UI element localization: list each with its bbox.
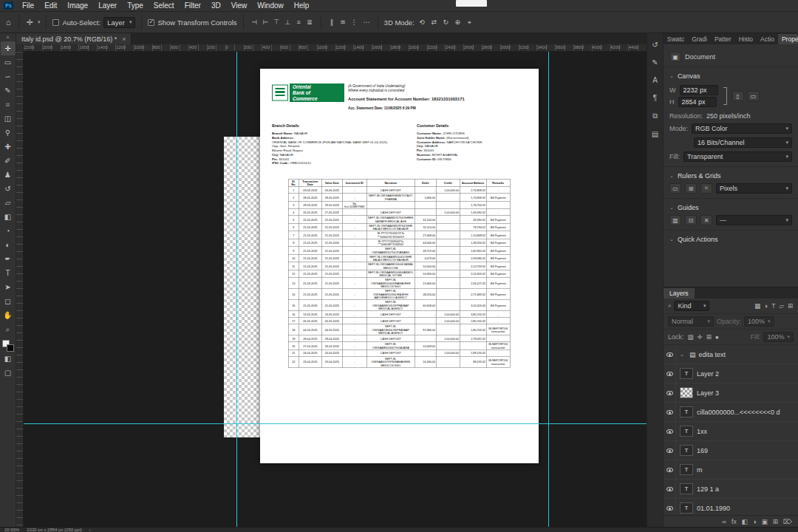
layer-row[interactable]: T1xx <box>664 422 798 441</box>
marquee-tool[interactable]: ▭ <box>1 55 16 69</box>
toggle-grid-button[interactable]: ⊞ <box>685 183 697 194</box>
canvas-section-header[interactable]: ⌄ Canvas <box>669 72 792 80</box>
align-right-icon[interactable]: ⊤ <box>272 18 282 27</box>
menu-layer[interactable]: Layer <box>93 0 122 11</box>
menu-view[interactable]: View <box>226 0 253 11</box>
healing-brush-tool[interactable]: ✚ <box>1 140 16 154</box>
type-filter-icon[interactable]: T <box>771 302 776 310</box>
zoom-level[interactable]: 20.65% <box>4 528 19 532</box>
vertical-ruler[interactable] <box>16 52 24 527</box>
align-center-h-icon[interactable]: ⊢ <box>261 18 270 27</box>
resolution-value[interactable]: 250 pixels/inch <box>706 112 751 120</box>
lasso-tool[interactable]: ∽ <box>1 69 16 83</box>
menu-filter[interactable]: Filter <box>180 0 206 11</box>
3d-drag-icon[interactable]: ↻ <box>441 18 451 27</box>
clone-stamp-tool[interactable]: ♟ <box>1 168 16 182</box>
paragraph-panel-icon[interactable]: ¶ <box>653 94 657 102</box>
panel-tab-actio[interactable]: Actio <box>757 34 778 44</box>
layer-row[interactable]: Layer 3 <box>664 383 798 403</box>
lock-image-icon[interactable]: ⊞ <box>706 333 712 341</box>
align-bottom-icon[interactable]: ≣ <box>305 18 315 27</box>
auto-select-checkbox[interactable] <box>52 19 59 26</box>
distribute-v-icon[interactable]: ≋ <box>338 18 348 27</box>
lock-position-icon[interactable]: ✛ <box>697 333 703 341</box>
fill-opacity-dropdown[interactable]: 100% ▾ <box>763 332 794 342</box>
dodge-tool[interactable]: ◐ <box>1 238 16 252</box>
layer-row[interactable]: Tcilla0000000...<<<<<<<<0 d <box>664 403 798 422</box>
libraries-panel-icon[interactable]: ▤ <box>652 130 658 138</box>
tab-close-icon[interactable]: × <box>122 35 126 43</box>
visibility-toggle[interactable] <box>664 422 676 440</box>
visibility-toggle[interactable] <box>664 403 676 421</box>
distribute-h-icon[interactable]: ∥ <box>327 18 337 27</box>
auto-select-target-dropdown[interactable]: Layer ▾ <box>103 17 135 28</box>
zoom-tool[interactable]: ⌕ <box>1 322 16 336</box>
lock-guides-button[interactable]: ⊡ <box>685 215 697 225</box>
brush-tool[interactable]: ✐ <box>1 154 16 168</box>
pixel-filter-icon[interactable]: ▦ <box>754 302 761 310</box>
layer-filter-kind-dropdown[interactable]: Kind ▾ <box>674 301 709 311</box>
status-expand-icon[interactable]: › <box>89 528 91 532</box>
type-tool[interactable]: T <box>1 266 16 280</box>
brush-settings-panel-icon[interactable]: ✎ <box>652 58 658 66</box>
visibility-toggle[interactable] <box>664 364 676 383</box>
pen-tool[interactable]: ✒ <box>1 252 16 266</box>
document-canvas[interactable]: Oriental Bank of Commerce (A Government … <box>260 69 539 463</box>
align-center-v-icon[interactable]: ≡ <box>294 18 304 27</box>
menu-window[interactable]: Window <box>252 0 289 11</box>
toggle-snap-button[interactable]: ⌗ <box>700 183 712 194</box>
link-dimensions-icon[interactable] <box>723 87 727 105</box>
adjustment-filter-icon[interactable]: ◑ <box>763 302 768 310</box>
adjustment-layer-icon[interactable]: ◑ <box>753 518 757 525</box>
delete-layer-icon[interactable]: ⌦ <box>783 518 792 525</box>
align-top-icon[interactable]: ⊥ <box>283 18 293 27</box>
horizontal-ruler[interactable]: 2200200018001600140012001000800600400200… <box>24 44 647 52</box>
blend-mode-dropdown[interactable]: Normal ▾ <box>668 316 714 327</box>
show-transform-checkbox[interactable]: ✓ <box>148 19 154 26</box>
quick-selection-tool[interactable]: ✎ <box>1 83 16 98</box>
shape-tool[interactable]: ◻ <box>1 294 16 308</box>
menu-help[interactable]: Help <box>289 0 315 11</box>
menu-file[interactable]: File <box>17 0 39 11</box>
screen-mode-icon[interactable]: ▢ <box>1 366 16 380</box>
panel-tab-properties[interactable]: Properties <box>778 34 798 44</box>
lock-all-icon[interactable]: ● <box>715 333 720 341</box>
move-tool[interactable]: ✛ <box>1 41 16 55</box>
horizontal-guide[interactable] <box>24 423 647 424</box>
3d-slide-icon[interactable]: ⊕ <box>453 18 463 27</box>
toggle-rulers-button[interactable]: ▭ <box>669 183 681 194</box>
visibility-toggle[interactable] <box>664 499 676 515</box>
new-layer-icon[interactable]: ⊞ <box>773 518 778 525</box>
layer-mask-icon[interactable]: ◧ <box>742 518 748 525</box>
visibility-toggle[interactable] <box>664 383 676 402</box>
clear-guides-button[interactable]: ✕ <box>700 215 712 225</box>
blur-tool[interactable]: ◔ <box>1 224 16 238</box>
history-panel-icon[interactable]: ↺ <box>652 41 658 49</box>
background-color-swatch[interactable] <box>7 344 14 352</box>
group-expand-icon[interactable]: ⌄ <box>680 352 684 358</box>
menu-image[interactable]: Image <box>62 0 93 11</box>
toggle-guides-button[interactable]: ▥ <box>669 215 681 225</box>
character-panel-icon[interactable]: A <box>652 76 658 84</box>
canvas-fill-dropdown[interactable]: Transparent ▾ <box>683 151 792 162</box>
crop-tool[interactable]: ⌗ <box>1 98 16 112</box>
eyedropper-tool[interactable]: ⚲ <box>1 126 16 140</box>
bit-depth-dropdown[interactable]: 16 Bits/Channel ▾ <box>694 137 792 148</box>
color-swatches[interactable] <box>2 340 14 352</box>
menu-select[interactable]: Select <box>149 0 180 11</box>
panel-tab-patter[interactable]: Patter <box>711 34 735 44</box>
lock-transparent-icon[interactable]: ▨ <box>687 333 695 341</box>
layer-effects-icon[interactable]: fx <box>732 518 737 525</box>
hand-tool[interactable]: ✋ <box>1 308 16 322</box>
layer-row[interactable]: Tm <box>664 460 798 480</box>
3d-roll-icon[interactable]: ⇄ <box>429 18 439 27</box>
collapse-tools-icon[interactable]: » <box>7 33 10 41</box>
visibility-toggle[interactable] <box>664 460 676 479</box>
canvas-area[interactable]: Oriental Bank of Commerce (A Government … <box>24 52 647 527</box>
tab-layers[interactable]: Layers <box>664 288 695 299</box>
menu-3d[interactable]: 3D <box>206 0 226 11</box>
path-selection-tool[interactable]: ➤ <box>1 280 16 294</box>
menu-edit[interactable]: Edit <box>39 0 62 11</box>
color-mode-dropdown[interactable]: RGB Color ▾ <box>692 123 792 134</box>
more-options-icon[interactable]: ⋯ <box>362 18 372 26</box>
